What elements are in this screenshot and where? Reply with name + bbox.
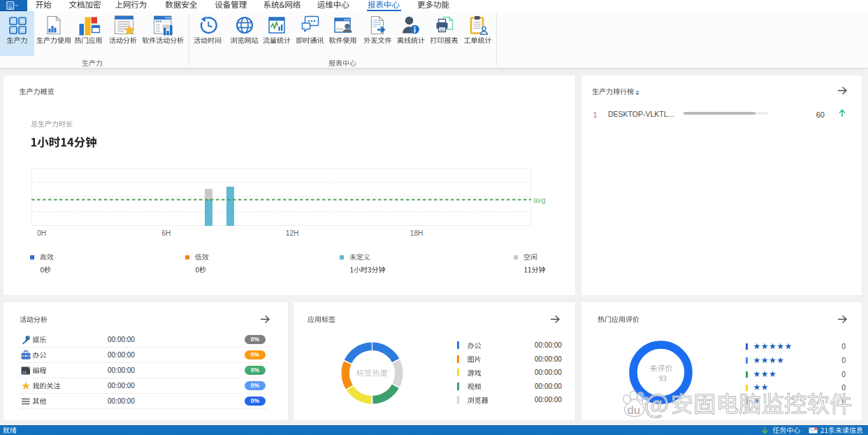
svg-text:c/s: c/s <box>22 371 27 374</box>
